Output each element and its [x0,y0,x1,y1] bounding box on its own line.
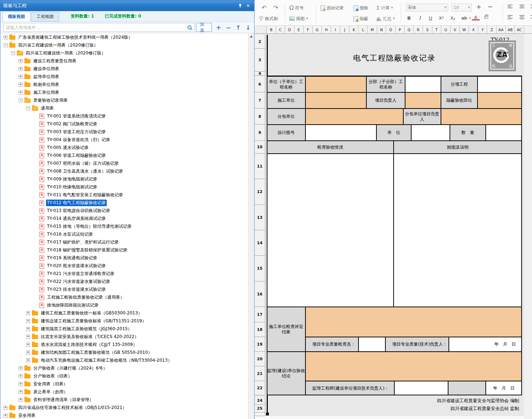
collapse-all-button[interactable]: − [225,24,232,31]
tree-item[interactable]: XTY-008 卫生器具满水（通水）试验记录 [1,167,249,175]
tree-item-label[interactable]: TY-003 管道工程压力试验记录 [46,129,107,135]
row-header[interactable]: 8 [255,109,265,125]
subcontractor-input[interactable] [305,109,403,125]
column-header[interactable]: C [276,26,285,34]
scroll-up-arrow[interactable]: ▲ [248,33,254,39]
column-header[interactable]: R [414,26,423,34]
row-header[interactable]: 4 [255,72,265,76]
tree-item[interactable]: XTY-006 管道工程隐蔽验收记录 [1,151,249,159]
underline-button[interactable]: U [427,15,434,21]
column-header[interactable]: U [441,26,451,34]
calculate-button[interactable]: Σ 计算 ▼ [376,4,393,11]
dropdown-caret-icon[interactable]: ▼ [468,15,472,21]
tree-item[interactable]: +抗震支吊架安装及验收标准（T/CECS 420-2022） [1,333,249,341]
tree-item-label[interactable]: TY-016 水泵试运转记录 [46,231,94,238]
collapse-icon[interactable]: − [11,51,15,55]
column-header[interactable]: T [432,26,442,34]
tree-item[interactable]: +广东省房屋建筑工程竣工验收技术资料统一用表（2024版） [1,33,249,41]
unit-name-input[interactable] [305,76,366,92]
tree-item-label[interactable]: TY-002 阀门试验检查记录 [46,121,98,127]
supervisor-date-cell[interactable]: 年 月 日 [486,381,522,395]
unit-measure-input[interactable] [411,125,450,141]
move-down-button[interactable]: ↓ [245,24,251,31]
original-record-button[interactable]: 原始记录 [320,4,344,11]
tree-item-label[interactable]: 建筑边坡工程施工质量验收标准（GB/T51351-2019） [40,318,147,324]
tab-template-view[interactable]: 模板视图 [3,12,30,21]
row-header[interactable]: 12 [255,179,265,205]
tree-item-label[interactable]: TY-004 设备管道吹洗（扫）记录 [46,136,111,143]
column-header[interactable]: F [304,26,313,34]
expand-all-button[interactable]: + [215,24,222,31]
tree-item-label[interactable]: TY-008 卫生器具满水（通水）试验记录 [46,168,124,175]
tree-item-label[interactable]: TY-012 电气工程隐蔽验收记录 [46,199,107,206]
italic-button[interactable]: I [416,15,424,21]
align-top-button[interactable] [508,4,513,9]
tree-item[interactable]: XTY-020 雨水管道灌水试验记录 [1,262,249,270]
expand-icon[interactable]: + [26,358,30,362]
symbol-button[interactable]: Ω 符号 [289,4,304,11]
tree-item[interactable]: XTY-011 电气配管安装工程隐蔽验收记录 [1,191,249,199]
align-right-button[interactable] [530,15,532,20]
column-header[interactable]: I [331,26,340,34]
tree-item-label[interactable]: TY-011 电气配管安装工程隐蔽验收记录 [46,192,124,198]
column-header[interactable]: O [386,26,395,34]
tree-item[interactable]: +检测单位用表 [1,81,249,88]
form-title[interactable]: 电气工程隐蔽验收记录 [267,53,522,63]
row-header[interactable]: 24 [255,397,265,405]
tree-item[interactable]: XTY-009 接地电阻测试记录 [1,175,249,183]
tree-item-label[interactable]: TY-005 通水试验记录 [46,144,90,151]
row-header[interactable]: 16 [255,281,265,307]
tree-item-label[interactable]: TY-018 锅炉报警及联锁保护装置试验记录 [46,247,128,254]
tree-item[interactable]: +建设工程质量责任用表 [1,57,249,65]
column-header[interactable]: W [460,26,469,34]
column-header[interactable]: AC [515,26,524,34]
expand-icon[interactable]: + [19,91,23,95]
conceal-button[interactable]: 隐蔽 [353,15,368,22]
expand-icon[interactable]: + [19,382,23,386]
row-header[interactable]: 2 [255,35,265,49]
expand-icon[interactable]: + [19,374,23,378]
tree-item[interactable]: XTY-015 接地（等电位）联结导通性测试记录 [1,222,249,230]
tree-item-label[interactable]: TY-019 系统通电试验记录 [46,255,98,261]
column-header[interactable]: N [377,26,386,34]
tree-item-label[interactable]: 建设工程质量责任用表 [32,58,77,64]
tree-item[interactable]: X接地故障回路阻抗测试记录 [1,301,249,309]
tree-item-label[interactable]: 检测单位用表 [32,81,60,88]
tree-item[interactable]: X工程施工检验批质量验收记录（通用表） [1,293,249,301]
column-header[interactable]: V [451,26,460,34]
summarize-button[interactable]: 汇总 ▼ [376,15,395,22]
tree-item[interactable]: XTY-016 水泵试运转记录 [1,230,249,238]
inspection-body[interactable] [267,154,394,307]
redo-button[interactable]: ↷ [274,4,278,11]
tree-item[interactable]: XTY-010 绝缘电阻测试记录 [1,183,249,191]
tree-item[interactable]: +电动汽车充换电设施工程施工和竣工验收规范（NB/T33004-2013） [1,356,249,364]
tree-item-label[interactable]: 安全用表 [17,412,37,419]
tree-item-label[interactable]: TY-017 锅炉烘炉、煮炉和试运行记录 [46,239,120,246]
row-header[interactable]: 25 [255,405,265,413]
tree-item-label[interactable]: TY-023 排水管道灌水试验记录 [46,286,107,293]
attachment-body[interactable] [394,154,522,307]
tree-item-label[interactable]: 建设单位用表 [32,66,60,72]
tree-item[interactable]: +建筑结构加固工程施工质量验收规范（GB 50550-2010） [1,348,249,356]
tree-item-label[interactable]: TY-009 接地电阻测试记录 [46,176,98,183]
row-header[interactable]: 22 [255,381,265,395]
expand-icon[interactable]: + [26,311,30,315]
tree-item[interactable]: +安全用表 [1,411,249,419]
tree-item[interactable]: XTY-014 通风空调系统调试记录 [1,215,249,222]
subsection-name-input[interactable] [405,76,441,92]
tree-item[interactable]: −四川省工程建设统一用表（2020修订版） [1,49,249,57]
tree-item[interactable]: XTY-013 双电源自动切换试验记录 [1,207,249,215]
column-header[interactable]: AB [506,26,515,34]
tree-item[interactable]: XTY-007 密闭水箱（罐）压力试验记录 [1,159,249,167]
collapse-icon[interactable]: − [19,98,23,102]
row-header[interactable]: 11 [255,154,265,179]
tree-item-label[interactable]: TY-014 通风空调系统调试记录 [46,215,107,222]
hidden-part-input[interactable] [478,92,522,109]
column-header[interactable]: E [294,26,304,34]
column-header[interactable]: AA [497,26,506,34]
expand-icon[interactable]: + [26,351,30,355]
tree-item[interactable]: XTY-022 污水管道渗水量试验记录 [1,278,249,285]
column-header[interactable]: Y [478,26,488,34]
tree-item[interactable]: +安全用表（旧表） [1,380,249,388]
row-header[interactable]: 7 [255,92,265,109]
